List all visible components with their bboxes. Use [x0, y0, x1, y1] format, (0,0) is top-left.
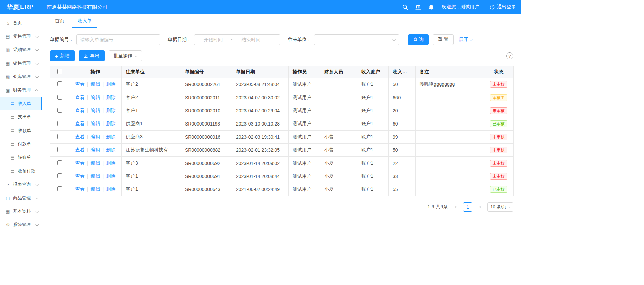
cell-account: 账户1: [357, 104, 389, 117]
next-page-icon[interactable]: >: [476, 203, 484, 211]
row-checkbox[interactable]: [57, 95, 62, 100]
expand-link[interactable]: 展开: [459, 37, 472, 43]
row-checkbox[interactable]: [57, 121, 62, 126]
delete-link[interactable]: 删除: [106, 186, 115, 192]
row-checkbox[interactable]: [57, 147, 62, 152]
chevron-down-icon: [392, 38, 396, 41]
delete-link[interactable]: 删除: [106, 121, 115, 126]
edit-link[interactable]: 编辑: [91, 186, 100, 192]
cell-date: 2023-04-07 00:29:04: [232, 104, 289, 117]
date-range-picker[interactable]: ~: [194, 34, 280, 45]
edit-link[interactable]: 编辑: [91, 121, 100, 126]
purchase-icon: ▥: [5, 47, 10, 52]
table-header-row: 操作 往来单位 单据编号 单据日期 操作员 财务人员 收入账户 收入金额 备注 …: [50, 66, 514, 78]
prev-page-icon[interactable]: <: [452, 203, 460, 211]
delete-link[interactable]: 删除: [106, 173, 115, 179]
help-icon[interactable]: [506, 52, 513, 59]
tab-home[interactable]: 首页: [49, 14, 70, 28]
cell-amount: 60: [389, 117, 416, 131]
sidebar-item-label: 支出单: [18, 114, 31, 120]
reset-button[interactable]: 重 置: [433, 34, 454, 45]
link-separator: |: [103, 173, 104, 179]
sidebar-item-income[interactable]: ▤ 收入单: [0, 97, 42, 110]
date-start-input[interactable]: [198, 37, 229, 42]
cell-amount: 20: [389, 104, 416, 117]
logout-button[interactable]: 退出登录: [489, 4, 516, 10]
view-link[interactable]: 查看: [75, 160, 85, 166]
select-all-checkbox[interactable]: [57, 69, 62, 74]
row-checkbox[interactable]: [57, 173, 62, 178]
sidebar-item-warehouse[interactable]: ▧ 仓库管理: [0, 70, 42, 83]
sidebar-item-advance[interactable]: ▤ 收预付款: [0, 164, 42, 178]
tab-income[interactable]: 收入单: [72, 14, 97, 28]
cell-partner: 供应商1: [122, 117, 181, 131]
doc-icon: ▤: [10, 155, 15, 160]
delete-link[interactable]: 删除: [106, 108, 115, 113]
sidebar-item-report[interactable]: ◔ 报表查询: [0, 178, 42, 191]
edit-link[interactable]: 编辑: [91, 108, 100, 113]
sidebar-item-purchase[interactable]: ▥ 采购管理: [0, 43, 42, 57]
pagination: 1-9 共9条 < 1 > 10 条/页: [50, 202, 513, 220]
search-button[interactable]: 查 询: [408, 34, 429, 45]
batch-operations-button[interactable]: 批量操作: [109, 50, 142, 61]
page-size-select[interactable]: 10 条/页: [487, 202, 513, 212]
row-checkbox[interactable]: [57, 186, 62, 191]
cell-finance: 小夏: [320, 157, 357, 170]
delete-link[interactable]: 删除: [106, 160, 115, 166]
sidebar-item-retail[interactable]: ▤ 零售管理: [0, 30, 42, 43]
sidebar-item-finance[interactable]: ▣ 财务管理: [0, 83, 42, 97]
sidebar-item-receipt[interactable]: ▤ 收款单: [0, 124, 42, 137]
platform-bank-icon[interactable]: [415, 4, 421, 10]
export-button[interactable]: 导出: [79, 50, 105, 61]
delete-link[interactable]: 删除: [106, 81, 115, 87]
table-row: 查看|编辑|删除 供应商1 SR00000001193 2023-03-10 0…: [50, 117, 514, 131]
sidebar-item-product[interactable]: ▢ 商品管理: [0, 191, 42, 205]
sidebar-item-expense[interactable]: ▤ 支出单: [0, 110, 42, 124]
sidebar-item-basic[interactable]: ▦ 基本资料: [0, 205, 42, 218]
sidebar-item-system[interactable]: ⚙ 系统管理: [0, 218, 42, 231]
view-link[interactable]: 查看: [75, 134, 85, 139]
view-link[interactable]: 查看: [75, 121, 85, 126]
search-icon[interactable]: [402, 4, 408, 10]
toolbar: + 新增 导出 批量操作: [50, 50, 513, 61]
doc-no-input[interactable]: [76, 34, 160, 45]
page: 单据编号： 单据日期： ~ 往来单位： 查 询 重 置 展开: [42, 28, 521, 220]
row-checkbox[interactable]: [57, 134, 62, 139]
cell-doc-no: SR00000002261: [181, 78, 232, 91]
partner-select[interactable]: [314, 34, 399, 45]
view-link[interactable]: 查看: [75, 147, 85, 152]
cell-doc-no: SR00000000916: [181, 131, 232, 144]
sidebar-item-payment[interactable]: ▤ 付款单: [0, 137, 42, 151]
chevron-down-icon: [35, 223, 39, 226]
view-link[interactable]: 查看: [75, 95, 85, 100]
sidebar-item-label: 付款单: [18, 141, 31, 147]
add-button[interactable]: + 新增: [50, 50, 75, 61]
edit-link[interactable]: 编辑: [91, 173, 100, 179]
view-link[interactable]: 查看: [75, 173, 85, 179]
page-number-1[interactable]: 1: [463, 202, 472, 212]
edit-link[interactable]: 编辑: [91, 134, 100, 139]
row-checkbox[interactable]: [57, 108, 62, 113]
edit-link[interactable]: 编辑: [91, 81, 100, 87]
date-end-input[interactable]: [235, 37, 266, 42]
edit-link[interactable]: 编辑: [91, 95, 100, 100]
sidebar: ⌂ 首页 ▤ 零售管理 ▥ 采购管理 ▦ 销售管理 ▧ 仓库管理 ▣ 财务管理 …: [0, 14, 42, 285]
sidebar-item-home[interactable]: ⌂ 首页: [0, 16, 42, 30]
view-link[interactable]: 查看: [75, 81, 85, 87]
row-checkbox[interactable]: [57, 160, 62, 165]
delete-link[interactable]: 删除: [106, 134, 115, 139]
view-link[interactable]: 查看: [75, 108, 85, 113]
sidebar-item-label: 基本资料: [13, 208, 31, 214]
notification-bell-icon[interactable]: [428, 4, 434, 10]
content-area: 首页 收入单 单据编号： 单据日期： ~ 往来单位：: [42, 14, 521, 285]
sidebar-item-sales[interactable]: ▦ 销售管理: [0, 57, 42, 70]
edit-link[interactable]: 编辑: [91, 147, 100, 152]
edit-link[interactable]: 编辑: [91, 160, 100, 166]
header-remark: 备注: [416, 66, 484, 78]
delete-link[interactable]: 删除: [106, 95, 115, 100]
sidebar-item-transfer[interactable]: ▤ 转账单: [0, 151, 42, 164]
row-checkbox[interactable]: [57, 81, 62, 86]
table-row: 查看|编辑|删除 供应商3 SR00000000916 2023-02-03 1…: [50, 131, 514, 144]
delete-link[interactable]: 删除: [106, 147, 115, 152]
view-link[interactable]: 查看: [75, 186, 85, 192]
